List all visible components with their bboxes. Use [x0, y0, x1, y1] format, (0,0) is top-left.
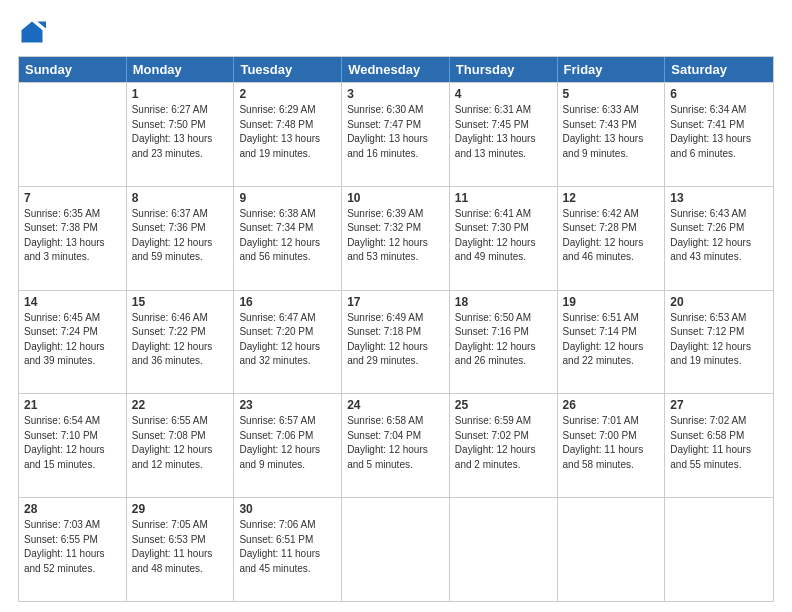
calendar-day-cell: 29 Sunrise: 7:05 AMSunset: 6:53 PMDaylig… — [127, 498, 235, 601]
day-detail: Sunrise: 6:29 AMSunset: 7:48 PMDaylight:… — [239, 103, 336, 161]
page: SundayMondayTuesdayWednesdayThursdayFrid… — [0, 0, 792, 612]
calendar-day-cell: 24 Sunrise: 6:58 AMSunset: 7:04 PMDaylig… — [342, 394, 450, 497]
day-number: 22 — [132, 398, 229, 412]
day-number: 30 — [239, 502, 336, 516]
day-detail: Sunrise: 6:45 AMSunset: 7:24 PMDaylight:… — [24, 311, 121, 369]
day-detail: Sunrise: 7:02 AMSunset: 6:58 PMDaylight:… — [670, 414, 768, 472]
day-detail: Sunrise: 6:58 AMSunset: 7:04 PMDaylight:… — [347, 414, 444, 472]
day-detail: Sunrise: 6:30 AMSunset: 7:47 PMDaylight:… — [347, 103, 444, 161]
day-number: 28 — [24, 502, 121, 516]
calendar-week-row: 7 Sunrise: 6:35 AMSunset: 7:38 PMDayligh… — [19, 186, 773, 290]
day-number: 1 — [132, 87, 229, 101]
day-number: 15 — [132, 295, 229, 309]
weekday-header: Thursday — [450, 57, 558, 82]
calendar-day-cell: 16 Sunrise: 6:47 AMSunset: 7:20 PMDaylig… — [234, 291, 342, 394]
day-detail: Sunrise: 6:54 AMSunset: 7:10 PMDaylight:… — [24, 414, 121, 472]
calendar-week-row: 28 Sunrise: 7:03 AMSunset: 6:55 PMDaylig… — [19, 497, 773, 601]
day-number: 8 — [132, 191, 229, 205]
day-detail: Sunrise: 6:27 AMSunset: 7:50 PMDaylight:… — [132, 103, 229, 161]
calendar-day-cell: 1 Sunrise: 6:27 AMSunset: 7:50 PMDayligh… — [127, 83, 235, 186]
day-detail: Sunrise: 6:46 AMSunset: 7:22 PMDaylight:… — [132, 311, 229, 369]
calendar-day-cell: 9 Sunrise: 6:38 AMSunset: 7:34 PMDayligh… — [234, 187, 342, 290]
logo-icon — [18, 18, 46, 46]
calendar-day-cell: 6 Sunrise: 6:34 AMSunset: 7:41 PMDayligh… — [665, 83, 773, 186]
calendar-day-cell: 21 Sunrise: 6:54 AMSunset: 7:10 PMDaylig… — [19, 394, 127, 497]
logo — [18, 18, 50, 46]
weekday-header: Saturday — [665, 57, 773, 82]
day-detail: Sunrise: 6:41 AMSunset: 7:30 PMDaylight:… — [455, 207, 552, 265]
empty-cell — [558, 498, 666, 601]
calendar-day-cell: 15 Sunrise: 6:46 AMSunset: 7:22 PMDaylig… — [127, 291, 235, 394]
day-detail: Sunrise: 7:03 AMSunset: 6:55 PMDaylight:… — [24, 518, 121, 576]
day-detail: Sunrise: 6:37 AMSunset: 7:36 PMDaylight:… — [132, 207, 229, 265]
day-number: 11 — [455, 191, 552, 205]
day-detail: Sunrise: 6:49 AMSunset: 7:18 PMDaylight:… — [347, 311, 444, 369]
calendar-day-cell: 23 Sunrise: 6:57 AMSunset: 7:06 PMDaylig… — [234, 394, 342, 497]
header — [18, 18, 774, 46]
calendar-day-cell: 5 Sunrise: 6:33 AMSunset: 7:43 PMDayligh… — [558, 83, 666, 186]
calendar-day-cell: 11 Sunrise: 6:41 AMSunset: 7:30 PMDaylig… — [450, 187, 558, 290]
weekday-header: Friday — [558, 57, 666, 82]
day-number: 27 — [670, 398, 768, 412]
day-number: 21 — [24, 398, 121, 412]
day-detail: Sunrise: 6:53 AMSunset: 7:12 PMDaylight:… — [670, 311, 768, 369]
calendar-day-cell: 7 Sunrise: 6:35 AMSunset: 7:38 PMDayligh… — [19, 187, 127, 290]
day-number: 29 — [132, 502, 229, 516]
calendar-day-cell: 20 Sunrise: 6:53 AMSunset: 7:12 PMDaylig… — [665, 291, 773, 394]
day-detail: Sunrise: 7:05 AMSunset: 6:53 PMDaylight:… — [132, 518, 229, 576]
calendar-day-cell: 17 Sunrise: 6:49 AMSunset: 7:18 PMDaylig… — [342, 291, 450, 394]
calendar-week-row: 14 Sunrise: 6:45 AMSunset: 7:24 PMDaylig… — [19, 290, 773, 394]
day-number: 13 — [670, 191, 768, 205]
empty-cell — [665, 498, 773, 601]
day-number: 16 — [239, 295, 336, 309]
empty-cell — [342, 498, 450, 601]
calendar-day-cell: 30 Sunrise: 7:06 AMSunset: 6:51 PMDaylig… — [234, 498, 342, 601]
day-detail: Sunrise: 6:38 AMSunset: 7:34 PMDaylight:… — [239, 207, 336, 265]
day-number: 17 — [347, 295, 444, 309]
calendar-day-cell: 8 Sunrise: 6:37 AMSunset: 7:36 PMDayligh… — [127, 187, 235, 290]
day-number: 18 — [455, 295, 552, 309]
day-detail: Sunrise: 7:06 AMSunset: 6:51 PMDaylight:… — [239, 518, 336, 576]
day-number: 19 — [563, 295, 660, 309]
calendar-day-cell: 14 Sunrise: 6:45 AMSunset: 7:24 PMDaylig… — [19, 291, 127, 394]
calendar-day-cell: 2 Sunrise: 6:29 AMSunset: 7:48 PMDayligh… — [234, 83, 342, 186]
day-detail: Sunrise: 6:42 AMSunset: 7:28 PMDaylight:… — [563, 207, 660, 265]
calendar-day-cell: 22 Sunrise: 6:55 AMSunset: 7:08 PMDaylig… — [127, 394, 235, 497]
day-detail: Sunrise: 6:35 AMSunset: 7:38 PMDaylight:… — [24, 207, 121, 265]
calendar-header: SundayMondayTuesdayWednesdayThursdayFrid… — [19, 57, 773, 82]
calendar-day-cell: 19 Sunrise: 6:51 AMSunset: 7:14 PMDaylig… — [558, 291, 666, 394]
day-number: 20 — [670, 295, 768, 309]
calendar-body: 1 Sunrise: 6:27 AMSunset: 7:50 PMDayligh… — [19, 82, 773, 601]
calendar-day-cell: 26 Sunrise: 7:01 AMSunset: 7:00 PMDaylig… — [558, 394, 666, 497]
calendar-week-row: 1 Sunrise: 6:27 AMSunset: 7:50 PMDayligh… — [19, 82, 773, 186]
day-detail: Sunrise: 6:59 AMSunset: 7:02 PMDaylight:… — [455, 414, 552, 472]
day-detail: Sunrise: 6:43 AMSunset: 7:26 PMDaylight:… — [670, 207, 768, 265]
day-detail: Sunrise: 6:33 AMSunset: 7:43 PMDaylight:… — [563, 103, 660, 161]
calendar-day-cell: 28 Sunrise: 7:03 AMSunset: 6:55 PMDaylig… — [19, 498, 127, 601]
calendar-day-cell: 13 Sunrise: 6:43 AMSunset: 7:26 PMDaylig… — [665, 187, 773, 290]
day-detail: Sunrise: 7:01 AMSunset: 7:00 PMDaylight:… — [563, 414, 660, 472]
weekday-header: Tuesday — [234, 57, 342, 82]
day-detail: Sunrise: 6:50 AMSunset: 7:16 PMDaylight:… — [455, 311, 552, 369]
day-number: 10 — [347, 191, 444, 205]
weekday-header: Sunday — [19, 57, 127, 82]
empty-cell — [450, 498, 558, 601]
day-number: 25 — [455, 398, 552, 412]
day-number: 14 — [24, 295, 121, 309]
day-detail: Sunrise: 6:31 AMSunset: 7:45 PMDaylight:… — [455, 103, 552, 161]
calendar-week-row: 21 Sunrise: 6:54 AMSunset: 7:10 PMDaylig… — [19, 393, 773, 497]
day-detail: Sunrise: 6:39 AMSunset: 7:32 PMDaylight:… — [347, 207, 444, 265]
day-number: 7 — [24, 191, 121, 205]
day-number: 3 — [347, 87, 444, 101]
calendar-day-cell: 27 Sunrise: 7:02 AMSunset: 6:58 PMDaylig… — [665, 394, 773, 497]
day-detail: Sunrise: 6:34 AMSunset: 7:41 PMDaylight:… — [670, 103, 768, 161]
day-number: 6 — [670, 87, 768, 101]
day-number: 26 — [563, 398, 660, 412]
calendar: SundayMondayTuesdayWednesdayThursdayFrid… — [18, 56, 774, 602]
day-number: 5 — [563, 87, 660, 101]
day-number: 9 — [239, 191, 336, 205]
calendar-day-cell: 4 Sunrise: 6:31 AMSunset: 7:45 PMDayligh… — [450, 83, 558, 186]
calendar-day-cell: 3 Sunrise: 6:30 AMSunset: 7:47 PMDayligh… — [342, 83, 450, 186]
calendar-day-cell: 12 Sunrise: 6:42 AMSunset: 7:28 PMDaylig… — [558, 187, 666, 290]
day-detail: Sunrise: 6:47 AMSunset: 7:20 PMDaylight:… — [239, 311, 336, 369]
